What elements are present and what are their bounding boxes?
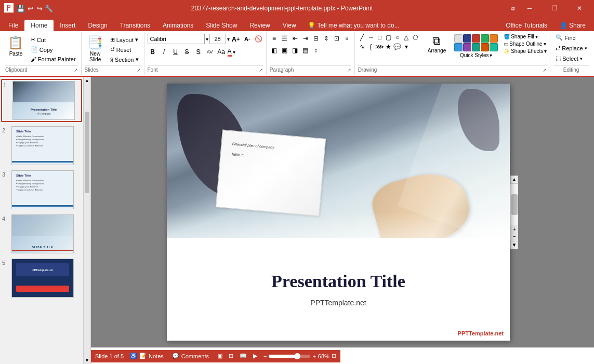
shape-more-icon[interactable]: ▾ xyxy=(402,43,411,51)
numbered-button[interactable]: ☰ xyxy=(280,34,289,43)
scroll-thumb[interactable] xyxy=(85,112,89,194)
underline-button[interactable]: U xyxy=(170,47,181,57)
slide-title[interactable]: Presentation Title xyxy=(167,272,510,291)
quick-style-1[interactable] xyxy=(454,34,463,43)
copy-button[interactable]: 📄 Copy xyxy=(29,45,78,54)
shape-circle-icon[interactable]: ○ xyxy=(393,33,402,42)
redo-button[interactable]: ↪ xyxy=(35,4,44,12)
tab-tutorials[interactable]: Office Tutorials xyxy=(499,20,553,31)
format-painter-button[interactable]: 🖌 Format Painter xyxy=(29,55,78,63)
quick-style-6[interactable] xyxy=(454,43,463,51)
shape-rect-icon[interactable]: □ xyxy=(376,33,384,42)
slide-sorter-button[interactable]: ⊞ xyxy=(227,352,235,360)
close-button[interactable]: ✕ xyxy=(569,0,590,17)
slide-thumb-5[interactable]: 5 PPTtemplate.net xyxy=(1,258,82,299)
tab-animations[interactable]: Animations xyxy=(156,20,200,31)
tab-transitions[interactable]: Transitions xyxy=(114,20,156,31)
shape-line-icon[interactable]: ╱ xyxy=(358,33,366,42)
quick-style-10[interactable] xyxy=(490,43,498,51)
share-button[interactable]: 👤 Share xyxy=(553,20,592,31)
align-right-button[interactable]: ◨ xyxy=(291,46,300,55)
smartart-button[interactable]: S xyxy=(342,34,352,43)
shape-effects-button[interactable]: ✨ Shape Effects ▾ xyxy=(502,48,548,55)
align-text-button[interactable]: ⊡ xyxy=(332,34,341,43)
customize-qat-button[interactable]: 🔧 xyxy=(45,4,53,12)
quick-style-7[interactable] xyxy=(463,43,471,51)
restore-window-icon[interactable]: ⧉ xyxy=(511,5,515,12)
columns-button[interactable]: ⊟ xyxy=(311,34,321,43)
quick-style-4[interactable] xyxy=(481,34,489,43)
arrange-button[interactable]: ⧉ Arrange xyxy=(424,33,451,55)
undo-button[interactable]: ↩ xyxy=(26,4,34,12)
align-left-button[interactable]: ◧ xyxy=(270,46,279,55)
bold-button[interactable]: B xyxy=(148,47,158,57)
clipboard-dialog-icon[interactable]: ↗ xyxy=(74,68,78,73)
shape-curve-icon[interactable]: ∿ xyxy=(358,43,366,51)
fit-window-icon[interactable]: ⊡ xyxy=(332,353,336,359)
clear-formatting-button[interactable]: 🚫 xyxy=(254,34,264,44)
increase-indent-button[interactable]: ⇥ xyxy=(301,34,310,43)
text-shadow-button[interactable]: S xyxy=(193,47,204,57)
tab-view[interactable]: View xyxy=(276,20,302,31)
shape-triangle-icon[interactable]: △ xyxy=(402,33,411,42)
scroll-bottom-button[interactable]: ▼ xyxy=(510,241,518,249)
scroll-top-button[interactable]: ▲ xyxy=(510,176,518,184)
shape-rounded-rect-icon[interactable]: ▢ xyxy=(385,33,393,42)
quick-styles-button[interactable]: Quick Styles ▾ xyxy=(460,52,493,58)
quick-style-9[interactable] xyxy=(481,43,489,51)
quick-style-5[interactable] xyxy=(490,34,498,43)
zoom-in-icon[interactable]: + xyxy=(312,353,315,359)
reading-view-button[interactable]: 📖 xyxy=(237,352,249,360)
shape-bracket-icon[interactable]: { xyxy=(367,43,375,51)
text-direction-button[interactable]: ⇕ xyxy=(322,34,331,43)
zoom-out-icon[interactable]: − xyxy=(263,353,267,359)
scroll-down-button[interactable]: ▼ xyxy=(84,357,90,364)
drawing-dialog-icon[interactable]: ↗ xyxy=(543,68,547,73)
new-slide-button[interactable]: 📑 New Slide xyxy=(85,33,106,64)
section-button[interactable]: § Section ▾ xyxy=(108,55,141,64)
quick-style-2[interactable] xyxy=(463,34,471,43)
layout-button[interactable]: ⊞ Layout ▾ xyxy=(108,35,141,44)
slide-thumb-3[interactable]: 3 Slide Title • Make Effective Presentat… xyxy=(1,169,82,210)
scroll-expand-button[interactable]: + xyxy=(511,226,518,233)
slide-thumb-2[interactable]: 2 Slide Title • Make Effective Presentat… xyxy=(1,125,82,166)
bullets-button[interactable]: ≡ xyxy=(270,34,279,43)
shape-chevron-icon[interactable]: ⋙ xyxy=(376,43,384,51)
scroll-collapse-button[interactable]: − xyxy=(511,234,518,240)
font-name-input[interactable] xyxy=(148,34,205,44)
accessibility-icon[interactable]: ♿ xyxy=(130,353,137,359)
shape-callout-icon[interactable]: 💬 xyxy=(393,43,402,51)
slide-show-button[interactable]: ▶ xyxy=(251,352,259,360)
strikethrough-button[interactable]: S xyxy=(182,47,192,57)
font-color-arrow-icon[interactable]: ▾ xyxy=(233,49,235,55)
font-size-input[interactable] xyxy=(209,34,226,44)
quick-style-8[interactable] xyxy=(472,43,480,51)
zoom-slider[interactable] xyxy=(269,355,310,358)
comments-button[interactable]: 💬 Comments xyxy=(170,352,211,360)
reset-button[interactable]: ↺ Reset xyxy=(108,45,141,54)
find-button[interactable]: 🔍 Find xyxy=(553,33,577,42)
scroll-up-button[interactable]: ▲ xyxy=(84,77,90,84)
font-dialog-icon[interactable]: ↗ xyxy=(259,68,263,73)
italic-button[interactable]: I xyxy=(159,47,169,57)
tab-file[interactable]: File xyxy=(2,20,24,31)
grow-font-button[interactable]: A+ xyxy=(231,34,241,44)
tab-slideshow[interactable]: Slide Show xyxy=(200,20,243,31)
font-name-arrow-icon[interactable]: ▾ xyxy=(206,36,208,42)
shape-arrow-icon[interactable]: → xyxy=(367,33,375,42)
select-button[interactable]: ⬚ Select ▾ xyxy=(553,54,585,63)
align-center-button[interactable]: ▣ xyxy=(280,46,289,55)
zoom-thumb[interactable] xyxy=(294,353,300,359)
paragraph-dialog-icon[interactable]: ↗ xyxy=(347,68,351,73)
slide-thumb-4[interactable]: 4 SLIDE TITLE xyxy=(1,213,82,254)
save-button[interactable]: 💾 xyxy=(17,4,25,12)
shape-fill-button[interactable]: 🪣 Shape Fill ▾ xyxy=(502,33,548,40)
shape-pentagon-icon[interactable]: ⬠ xyxy=(411,33,419,42)
shrink-font-button[interactable]: A- xyxy=(242,34,253,44)
change-case-button[interactable]: Aa xyxy=(216,47,227,57)
slides-dialog-icon[interactable]: ↗ xyxy=(137,68,141,73)
notes-button[interactable]: 📝 Notes xyxy=(137,352,166,360)
tab-insert[interactable]: Insert xyxy=(54,20,82,31)
decrease-indent-button[interactable]: ⇤ xyxy=(291,34,300,43)
slide-canvas[interactable]: Financial plan of companyTable 1: Presen… xyxy=(167,84,510,341)
